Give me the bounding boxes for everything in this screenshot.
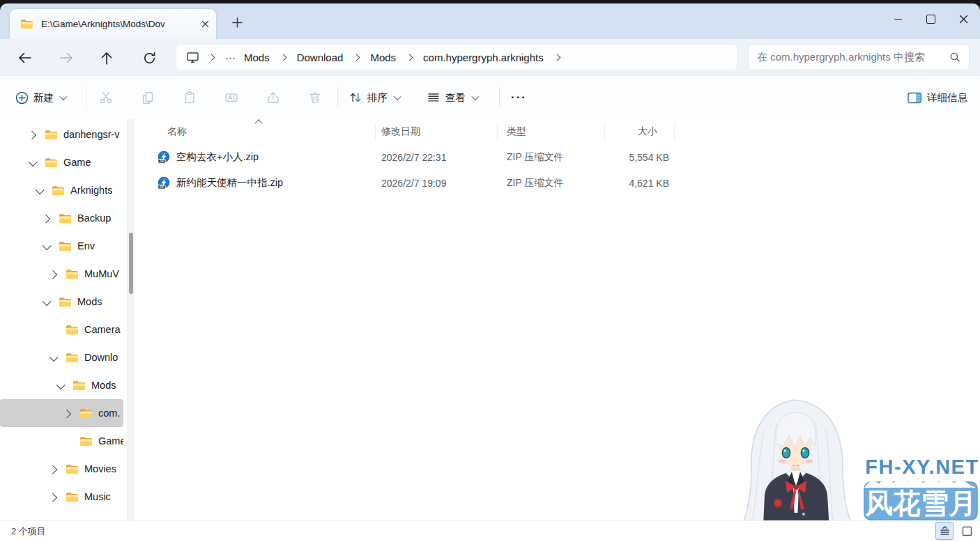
column-header-3[interactable]: 大小 (604, 119, 674, 144)
sidebar-item-label: Game (98, 435, 123, 447)
navigation-bar: ···ModsDownloadModscom.hypergryph.arknig… (0, 39, 980, 75)
close-icon (959, 15, 968, 24)
sort-button[interactable]: 排序 (349, 76, 400, 119)
rename-button[interactable] (224, 91, 238, 104)
tab-title: E:\Game\Arknights\Mods\Dov (41, 19, 201, 29)
back-button[interactable] (15, 48, 34, 68)
folder-icon (59, 297, 72, 307)
plus-icon (15, 91, 29, 104)
search-input[interactable]: 在 com.hypergryph.arknights 中搜索 (757, 51, 949, 64)
sidebar-item-camera[interactable]: Camera (0, 316, 123, 343)
chevron-down-icon[interactable] (54, 382, 66, 389)
chevron-right-icon[interactable] (47, 466, 59, 472)
sidebar-item-backup[interactable]: Backup (0, 204, 123, 232)
this-pc-icon[interactable] (186, 52, 199, 63)
copy-button[interactable] (141, 91, 155, 104)
breadcrumb-item[interactable]: com.hypergryph.arknights (419, 49, 548, 65)
tab-close-icon[interactable] (201, 20, 209, 28)
sidebar-item-game[interactable]: Game (0, 427, 123, 455)
folder-icon (66, 464, 79, 474)
file-modified-cell: 2026/2/7 19:09 (375, 170, 497, 196)
chevron-right-icon[interactable] (47, 271, 59, 277)
breadcrumb-separator-icon (353, 54, 360, 61)
sidebar-item-label: Camera (84, 324, 121, 335)
address-bar[interactable]: ···ModsDownloadModscom.hypergryph.arknig… (176, 44, 737, 70)
sidebar-item-com[interactable]: com. (0, 399, 123, 427)
icons-view-toggle[interactable] (958, 522, 976, 540)
sidebar-item-label: Music (84, 491, 111, 502)
sidebar-item-music[interactable]: Music (0, 483, 123, 511)
chevron-down-icon[interactable] (26, 160, 38, 166)
folder-icon (45, 130, 58, 140)
chevron-down-icon[interactable] (40, 243, 52, 249)
column-header-1[interactable]: 修改日期 (375, 119, 497, 144)
chevron-down-icon[interactable] (40, 299, 52, 305)
sidebar-item-mumuv[interactable]: MuMuV (0, 260, 123, 288)
sidebar-item-label: Mods (77, 296, 102, 307)
maximize-button[interactable] (914, 3, 947, 35)
sidebar-item-mods[interactable]: Mods (0, 371, 123, 399)
sort-button-label: 排序 (367, 91, 388, 104)
file-name-cell: ZIP新约能天使精一中指.zip (136, 170, 375, 196)
search-icon[interactable] (949, 52, 960, 63)
folder-icon (66, 492, 79, 502)
folder-icon (79, 408, 93, 419)
share-button[interactable] (266, 91, 280, 104)
sidebar-item-pict[interactable]: Pict (0, 511, 123, 520)
breadcrumb-item[interactable]: Mods (240, 49, 274, 65)
column-header-end (674, 119, 675, 144)
more-options-button[interactable]: ··· (511, 76, 527, 119)
sidebar-scrollbar-thumb[interactable] (129, 233, 133, 294)
status-bar: 2 个项目 (0, 520, 980, 542)
column-header-label: 修改日期 (381, 125, 420, 138)
delete-button[interactable] (308, 91, 322, 104)
up-button[interactable] (97, 48, 116, 68)
navigation-pane: danhengsr-vGameArknightsBackupEnvMuMuVMo… (0, 119, 136, 520)
sidebar-item-mods[interactable]: Mods (0, 288, 123, 316)
window-controls (882, 3, 980, 35)
view-button[interactable]: 查看 (427, 76, 478, 119)
new-button[interactable]: 新建 (15, 76, 66, 119)
sidebar-item-movies[interactable]: Movies (0, 455, 123, 483)
chevron-right-icon[interactable] (26, 132, 38, 138)
refresh-button[interactable] (139, 48, 159, 68)
file-list: ZIP空构去衣+小人.zip2026/2/7 22:31ZIP 压缩文件5,55… (136, 144, 980, 196)
chevron-right-icon[interactable] (40, 215, 52, 222)
cut-button[interactable] (99, 91, 113, 104)
breadcrumb-item[interactable]: ··· (221, 49, 240, 65)
close-button[interactable] (947, 3, 980, 35)
search-box[interactable]: 在 com.hypergryph.arknights 中搜索 (748, 44, 970, 70)
sidebar-item-danhengsrv[interactable]: danhengsr-v (0, 121, 123, 148)
svg-text:ZIP: ZIP (159, 185, 164, 189)
sidebar-item-env[interactable]: Env (0, 232, 123, 260)
breadcrumb-separator-icon (208, 54, 215, 61)
view-icon (427, 91, 441, 104)
details-view-toggle[interactable] (935, 522, 954, 540)
forward-button[interactable] (56, 48, 76, 68)
column-header-0[interactable]: 名称 (136, 119, 375, 144)
sidebar-item-arknights[interactable]: Arknights (0, 176, 123, 204)
file-name: 新约能天使精一中指.zip (176, 176, 283, 189)
table-row[interactable]: ZIP空构去衣+小人.zip2026/2/7 22:31ZIP 压缩文件5,55… (136, 144, 980, 170)
chevron-down-icon[interactable] (33, 187, 45, 194)
sidebar-item-label: Arknights (70, 185, 112, 196)
column-header-2[interactable]: 类型 (497, 119, 604, 144)
zip-file-icon: ZIP (157, 150, 171, 164)
sidebar-item-game[interactable]: Game (0, 148, 123, 176)
chevron-down-icon[interactable] (47, 355, 59, 361)
table-row[interactable]: ZIP新约能天使精一中指.zip2026/2/7 19:09ZIP 压缩文件4,… (136, 170, 980, 196)
breadcrumb-item[interactable]: Download (293, 49, 348, 65)
chevron-right-icon[interactable] (61, 410, 72, 417)
sidebar-scrollbar[interactable] (127, 119, 135, 520)
zip-file-icon: ZIP (157, 176, 171, 190)
explorer-tab[interactable]: E:\Game\Arknights\Mods\Dov (10, 9, 216, 39)
new-tab-button[interactable] (227, 13, 247, 32)
breadcrumb-item[interactable]: Mods (366, 49, 400, 65)
sidebar-item-downlo[interactable]: Downlo (0, 343, 123, 371)
paste-button[interactable] (183, 91, 197, 104)
chevron-right-icon[interactable] (47, 494, 59, 500)
details-pane-button[interactable]: 详细信息 (908, 76, 967, 119)
minimize-button[interactable] (882, 3, 914, 35)
column-header-label: 大小 (638, 125, 657, 138)
toolbar-divider (86, 87, 86, 108)
